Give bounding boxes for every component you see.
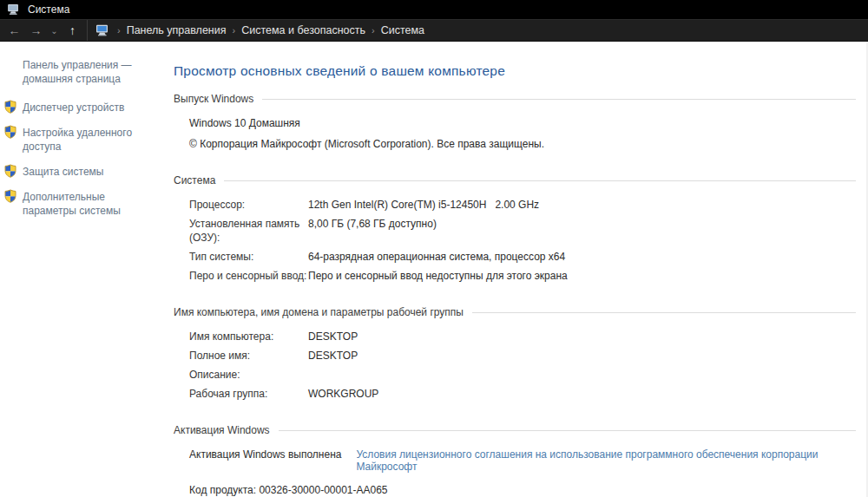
row-label: Полное имя: (189, 349, 308, 363)
window-titlebar: Система (0, 0, 868, 19)
windows-edition-block: Windows 10 Домашняя © Корпорация Майкрос… (174, 117, 856, 151)
section-heading: Система (174, 174, 215, 186)
system-block: Процессор: 12th Gen Intel(R) Core(TM) i5… (174, 198, 856, 283)
breadcrumb-separator: › (365, 25, 381, 36)
row-value: 64-разрядная операционная система, проце… (308, 250, 565, 264)
main-panel: Просмотр основных сведений о вашем компь… (174, 42, 866, 497)
section-divider (472, 312, 856, 313)
page-title: Просмотр основных сведений о вашем компь… (174, 63, 856, 79)
navigation-bar: ← → ⌄ ↑ › Панель управления › Система и … (0, 19, 868, 42)
section-activation: Активация Windows (174, 424, 856, 436)
row-system-type: Тип системы: 64-разрядная операционная с… (189, 250, 856, 264)
product-id: Код продукта: 00326-30000-00001-AA065 (189, 484, 856, 496)
uac-shield-icon (3, 164, 17, 178)
row-label: Процессор: (189, 198, 308, 212)
system-monitor-icon (7, 3, 20, 16)
row-label: Установленная память (ОЗУ): (189, 217, 308, 245)
forward-button[interactable]: → (25, 20, 47, 41)
breadcrumb-system[interactable]: Система (381, 24, 424, 36)
section-heading: Активация Windows (174, 424, 270, 436)
activation-status-line: Активация Windows выполнена Условия лице… (189, 448, 856, 473)
section-computer-name: Имя компьютера, имя домена и параметры р… (174, 306, 856, 318)
breadcrumb-separator: › (227, 25, 242, 36)
sidebar-item-label: Дополнительные параметры системы (23, 190, 155, 218)
license-terms-link[interactable]: Условия лицензионного соглашения на испо… (356, 448, 856, 473)
breadcrumb-separator: › (111, 25, 127, 36)
sidebar-item-remote-access[interactable]: Настройка удаленного доступа (3, 126, 170, 154)
activation-status: Активация Windows выполнена (189, 448, 341, 473)
row-installed-ram: Установленная память (ОЗУ): 8,00 ГБ (7,6… (189, 217, 856, 245)
uac-shield-icon (3, 189, 17, 203)
sidebar-item-control-panel-home[interactable]: Панель управления — домашняя страница (23, 58, 153, 86)
row-description: Описание: (189, 368, 856, 382)
row-computer-name: Имя компьютера: DESKTOP (189, 330, 856, 343)
row-label: Тип системы: (189, 250, 308, 264)
section-windows-edition: Выпуск Windows (174, 93, 856, 105)
row-label: Имя компьютера: (189, 330, 308, 343)
section-heading: Имя компьютера, имя домена и параметры р… (174, 306, 464, 318)
row-label: Рабочая группа: (189, 387, 308, 401)
uac-shield-icon (3, 125, 17, 139)
activation-block: Активация Windows выполнена Условия лице… (174, 448, 856, 496)
section-heading: Выпуск Windows (174, 93, 253, 105)
sidebar-item-label: Диспетчер устройств (23, 101, 155, 114)
windows-product-name: Windows 10 Домашняя (189, 117, 856, 130)
row-value: WORKGROUP (308, 387, 378, 401)
section-divider (279, 430, 856, 431)
sidebar: Панель управления — домашняя страница Ди… (0, 42, 174, 497)
row-label: Описание: (189, 368, 308, 382)
content-area: Панель управления — домашняя страница Ди… (0, 42, 868, 497)
back-button[interactable]: ← (3, 20, 25, 41)
recent-locations-chevron-icon[interactable]: ⌄ (47, 20, 62, 41)
sidebar-item-advanced-settings[interactable]: Дополнительные параметры системы (3, 190, 170, 218)
window-title: Система (28, 3, 69, 16)
section-system: Система (174, 174, 856, 186)
uac-shield-icon (3, 100, 17, 114)
row-workgroup: Рабочая группа: WORKGROUP (189, 387, 856, 401)
breadcrumb-control-panel[interactable]: Панель управления (127, 24, 227, 36)
sidebar-item-label: Настройка удаленного доступа (23, 126, 155, 154)
copyright-text: © Корпорация Майкрософт (Microsoft Corpo… (189, 138, 856, 151)
row-processor: Процессор: 12th Gen Intel(R) Core(TM) i5… (189, 198, 856, 212)
row-value: DESKTOP (308, 330, 358, 343)
breadcrumb-system-security[interactable]: Система и безопасность (241, 24, 365, 36)
up-button[interactable]: ↑ (62, 20, 83, 41)
row-full-name: Полное имя: DESKTOP (189, 349, 856, 363)
section-divider (262, 99, 856, 100)
sidebar-item-device-manager[interactable]: Диспетчер устройств (3, 101, 170, 114)
row-value: Перо и сенсорный ввод недоступны для это… (308, 269, 568, 283)
sidebar-item-label: Защита системы (23, 165, 155, 179)
sidebar-item-system-protection[interactable]: Защита системы (3, 165, 170, 179)
row-label: Перо и сенсорный ввод: (189, 269, 308, 283)
row-value: 12th Gen Intel(R) Core(TM) i5-12450H 2.0… (308, 198, 539, 212)
computer-name-block: Имя компьютера: DESKTOP Полное имя: DESK… (174, 330, 856, 401)
row-value: 8,00 ГБ (7,68 ГБ доступно) (308, 217, 437, 245)
section-divider (224, 180, 856, 181)
row-value: DESKTOP (308, 349, 358, 363)
computer-icon (95, 24, 109, 36)
address-bar[interactable]: › Панель управления › Система и безопасн… (87, 20, 424, 41)
row-pen-touch: Перо и сенсорный ввод: Перо и сенсорный … (189, 269, 856, 283)
